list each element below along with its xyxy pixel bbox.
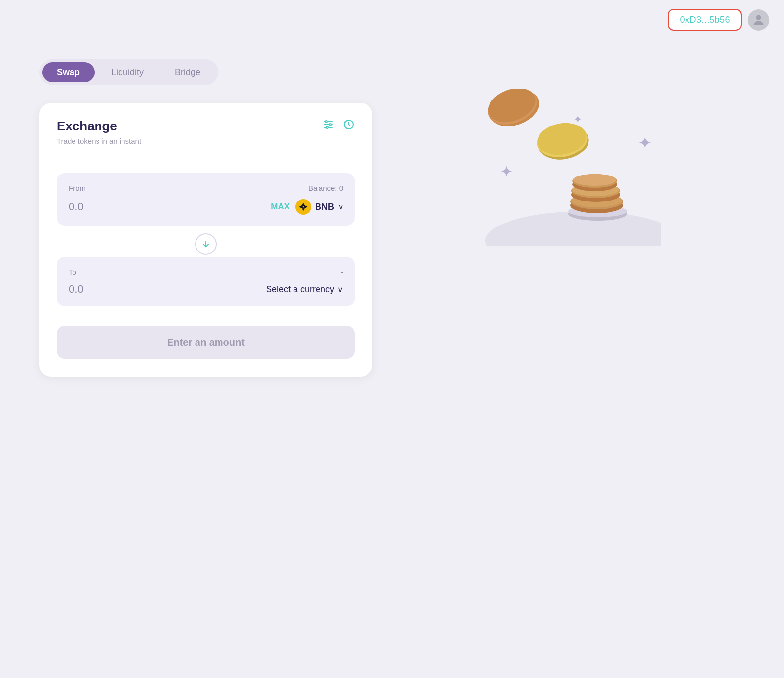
header: 0xD3...5b56 [0,0,784,40]
bnb-chevron-icon: ∨ [338,203,343,211]
arrow-down-icon [201,240,210,249]
currency-chevron-icon: ∨ [337,285,343,294]
swap-direction-button[interactable] [195,233,217,255]
history-icon[interactable] [343,119,355,133]
bnb-logo [298,202,308,212]
svg-point-32 [573,174,616,186]
to-token-box: To - 0.0 Select a currency ∨ [57,257,355,306]
sparkle-icon-2: ✦ [500,162,513,181]
to-box-body: 0.0 Select a currency ∨ [69,283,343,296]
wallet-address-button[interactable]: 0xD3...5b56 [668,9,742,31]
from-label: From [69,184,86,192]
bnb-token-selector[interactable]: BNB ∨ [295,199,343,215]
card-title-group: Exchange Trade tokens in an instant [57,119,141,145]
pancake-illustration: ✦ ✦ ✦ [485,89,662,255]
select-currency-text: Select a currency [266,284,334,295]
svg-point-6 [326,126,328,128]
tab-switcher: Swap Liquidity Bridge [39,59,218,85]
tab-liquidity[interactable]: Liquidity [97,62,158,82]
svg-point-4 [325,121,327,123]
settings-icon[interactable] [322,119,334,133]
card-action-icons [322,119,355,133]
card-title: Exchange [57,119,141,134]
balance-display: Balance: 0 [308,184,343,192]
enter-amount-button[interactable]: Enter an amount [57,326,355,359]
tab-swap[interactable]: Swap [42,62,95,82]
token-name-bnb: BNB [315,202,334,212]
exchange-card: Exchange Trade tokens in an instant [39,103,372,377]
main-content: Swap Liquidity Bridge Exchange Trade tok… [0,40,784,396]
tab-bridge[interactable]: Bridge [160,62,215,82]
swap-direction-container [57,233,355,255]
card-header: Exchange Trade tokens in an instant [57,119,355,159]
right-panel: ✦ ✦ ✦ [402,59,745,377]
token-controls: MAX [271,199,343,215]
bnb-icon [295,199,311,215]
to-amount: 0.0 [69,283,84,296]
svg-point-0 [756,15,761,20]
max-button[interactable]: MAX [271,202,290,212]
to-dash: - [341,268,343,276]
from-amount: 0.0 [69,201,84,213]
left-panel: Swap Liquidity Bridge Exchange Trade tok… [39,59,372,377]
user-icon [751,12,766,28]
from-box-body: 0.0 MAX [69,199,343,215]
avatar[interactable] [748,9,769,31]
to-label: To [69,268,76,276]
from-box-header: From Balance: 0 [69,184,343,192]
currency-selector[interactable]: Select a currency ∨ [266,284,343,295]
svg-point-5 [329,124,331,126]
sparkle-icon-1: ✦ [573,113,582,126]
to-box-header: To - [69,268,343,276]
from-token-box: From Balance: 0 0.0 MAX [57,173,355,226]
card-subtitle: Trade tokens in an instant [57,137,141,145]
sparkle-icon-3: ✦ [638,133,652,152]
